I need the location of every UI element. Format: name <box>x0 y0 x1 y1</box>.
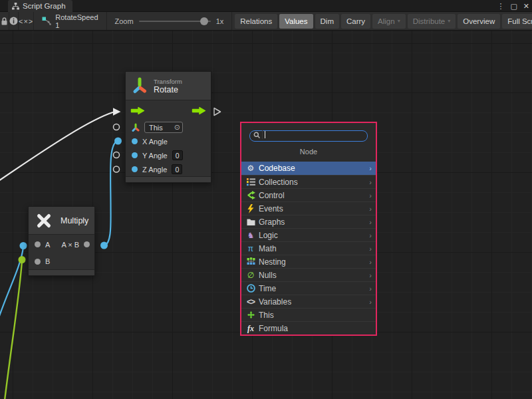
graph-hierarchy-icon <box>12 3 19 10</box>
submenu-chevron-icon: › <box>369 164 372 172</box>
node-menu-item-nesting[interactable]: Nesting› <box>241 255 376 268</box>
submenu-chevron-icon: › <box>369 271 372 279</box>
node-menu-item-collections[interactable]: Collections› <box>241 175 376 188</box>
menu-item-label: Events <box>259 204 366 213</box>
port-a[interactable] <box>35 241 41 247</box>
node-menu-item-math[interactable]: πMath› <box>241 241 376 255</box>
node-footer <box>126 176 211 182</box>
node-menu-item-nulls[interactable]: ∅Nulls› <box>241 268 376 281</box>
node-menu-item-codebase[interactable]: ⚙Codebase› <box>241 162 376 175</box>
list-icon <box>245 178 256 186</box>
node-header[interactable]: Multiply <box>29 207 94 235</box>
y-angle-value-field[interactable]: 0 <box>172 150 183 160</box>
zoom-slider-thumb[interactable] <box>200 17 208 25</box>
object-picker-icon[interactable]: ⊙ <box>174 124 180 131</box>
tab-label: Script Graph <box>23 2 66 10</box>
angle-brackets-icon: <> <box>245 298 256 306</box>
node-menu-item-graphs[interactable]: Graphs› <box>241 215 376 228</box>
button-label: Values <box>285 17 307 25</box>
toolbar-button-relations[interactable]: Relations <box>235 14 277 29</box>
multiply-row-b: B <box>29 254 94 269</box>
toolbar-button-full-screen[interactable]: Full Screen <box>502 14 532 29</box>
search-input[interactable] <box>249 130 368 142</box>
close-icon[interactable]: ✕ <box>523 0 529 12</box>
port-result[interactable] <box>84 241 90 247</box>
toolbar-button-overview[interactable]: Overview <box>458 14 500 29</box>
this-object-field[interactable]: This ⊙ <box>144 122 183 133</box>
lock-button[interactable] <box>0 12 9 30</box>
multiply-icon <box>35 212 53 229</box>
port-b[interactable] <box>35 259 41 265</box>
toolbar-button-values[interactable]: Values <box>279 14 313 29</box>
graph-toolbar: <×> RotateSpeed 1 Zoom 1x RelationsValue… <box>0 12 532 31</box>
submenu-chevron-icon: › <box>369 245 372 253</box>
script-graph-window: Script Graph ⋮ ▢ ✕ <×> RotateSpeed 1 <box>0 0 532 399</box>
transform-gizmo-icon <box>132 77 147 95</box>
menu-item-label: This <box>259 311 372 320</box>
submenu-chevron-icon: › <box>369 192 372 200</box>
node-menu-item-logic[interactable]: ♞Logic› <box>241 228 376 241</box>
port-label: Y Angle <box>142 152 168 160</box>
button-label: Full Screen <box>507 17 532 25</box>
toolbar-button-carry[interactable]: Carry <box>341 14 370 29</box>
menu-item-label: Collections <box>259 178 366 187</box>
zoom-value: 1x <box>216 17 224 25</box>
control-input-arrow-icon[interactable] <box>130 106 145 115</box>
z-angle-value-field[interactable]: 0 <box>172 164 182 174</box>
window-menu-icon[interactable]: ⋮ <box>497 0 504 12</box>
node-transform-rotate[interactable]: Transform Rotate This ⊙ X Angle <box>125 71 211 183</box>
node-title: Multiply <box>61 216 88 225</box>
pi-icon: π <box>245 245 256 253</box>
node-menu-item-variables[interactable]: <>Variables› <box>241 295 376 308</box>
toolbar-button-dim[interactable]: Dim <box>315 14 339 29</box>
submenu-chevron-icon: › <box>369 205 372 213</box>
fx-icon: fx <box>245 325 256 332</box>
lightning-icon <box>245 204 256 213</box>
port-y-angle[interactable] <box>132 152 138 158</box>
control-output-arrow-icon[interactable] <box>192 106 206 115</box>
branch-arrows-icon <box>245 191 256 200</box>
tab-script-graph[interactable]: Script Graph <box>8 0 72 12</box>
toolbar-button-align[interactable]: Align▾ <box>372 14 406 29</box>
node-menu-item-time[interactable]: Time› <box>241 281 376 295</box>
port-label: A <box>45 241 50 249</box>
tab-bar: Script Graph ⋮ ▢ ✕ <box>0 0 532 12</box>
node-footer <box>29 269 94 275</box>
node-header[interactable]: Transform Rotate <box>126 72 211 100</box>
clock-icon <box>245 284 256 293</box>
gear-icon: ⚙ <box>245 164 256 172</box>
port-z-angle[interactable] <box>132 166 138 172</box>
multiply-row-a: A A × B <box>29 235 94 254</box>
submenu-chevron-icon: › <box>369 231 372 239</box>
transform-gizmo-mini-icon <box>132 123 140 132</box>
popup-header: Node <box>241 148 376 156</box>
node-menu-item-formula[interactable]: fxFormula <box>241 321 376 334</box>
node-multiply[interactable]: Multiply A A × B B <box>28 206 95 276</box>
menu-item-label: Codebase <box>259 164 366 173</box>
unit-code-button[interactable]: <×> <box>19 12 34 30</box>
node-menu-item-this[interactable]: This <box>241 308 376 321</box>
node-finder-popup: Node ⚙Codebase›Collections›Control›Event… <box>240 122 377 336</box>
info-icon <box>9 17 18 25</box>
node-menu-item-control[interactable]: Control› <box>241 188 376 201</box>
breadcrumb[interactable]: RotateSpeed 1 <box>34 12 106 30</box>
button-label: Carry <box>346 17 365 25</box>
move-arrows-icon <box>245 311 256 319</box>
toolbar-button-distribute[interactable]: Distribute▾ <box>408 14 456 29</box>
info-button[interactable] <box>9 12 19 30</box>
node-menu-item-events[interactable]: Events› <box>241 201 376 215</box>
submenu-chevron-icon: › <box>369 178 372 186</box>
search-divider <box>262 130 263 139</box>
node-title: Rotate <box>154 85 182 94</box>
port-x-angle[interactable] <box>132 138 138 144</box>
maximize-icon[interactable]: ▢ <box>510 0 517 12</box>
graph-node-icon <box>42 17 51 26</box>
output-label: A × B <box>61 241 79 249</box>
submenu-chevron-icon: › <box>369 258 372 266</box>
button-label: Dim <box>321 17 334 25</box>
folder-icon <box>245 218 256 226</box>
nested-graph-icon <box>245 257 256 266</box>
zoom-slider[interactable] <box>139 21 211 22</box>
menu-item-label: Nulls <box>259 271 366 280</box>
dropdown-arrow-icon: ▾ <box>448 18 450 24</box>
